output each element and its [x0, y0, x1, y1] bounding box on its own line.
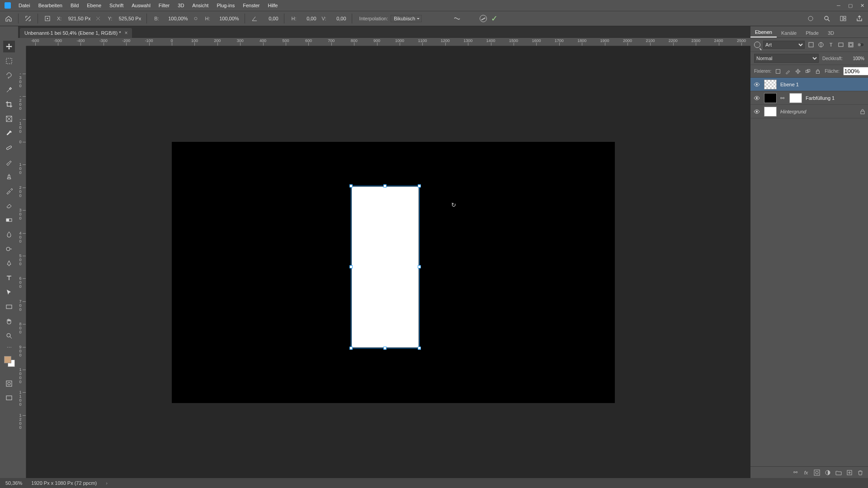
cloud-docs-icon[interactable]: [806, 14, 816, 23]
skew-v-field[interactable]: [329, 16, 347, 21]
menu-plug-ins[interactable]: Plug-ins: [212, 0, 239, 11]
layer-row[interactable]: Hintergrund: [750, 105, 868, 118]
crop-tool[interactable]: [3, 99, 15, 110]
pen-tool[interactable]: [3, 258, 15, 269]
move-tool[interactable]: [3, 41, 15, 52]
quick-mask-icon[interactable]: [3, 378, 15, 389]
clone-stamp-tool[interactable]: [3, 171, 15, 183]
reference-point-icon[interactable]: [42, 14, 52, 23]
canvas-viewport[interactable]: ↻: [26, 46, 750, 478]
menu-datei[interactable]: Datei: [14, 0, 34, 11]
menu-ebene[interactable]: Ebene: [83, 0, 105, 11]
share-icon[interactable]: [854, 14, 864, 23]
magic-wand-tool[interactable]: [3, 84, 15, 96]
vertical-ruler[interactable]: - 3 0 0- 2 0 0- 1 0 001 0 02 0 03 0 04 0…: [18, 46, 26, 478]
color-swatches[interactable]: [3, 355, 15, 367]
x-field[interactable]: [64, 16, 91, 21]
layer-thumbnail[interactable]: [764, 107, 777, 117]
skew-h-field[interactable]: [299, 16, 317, 21]
menu-filter[interactable]: Filter: [155, 0, 174, 11]
transform-handle-mid-left[interactable]: [349, 265, 353, 268]
new-group-icon[interactable]: [835, 469, 842, 476]
blur-tool[interactable]: [3, 229, 15, 240]
blend-mode-dropdown[interactable]: Normal: [754, 54, 819, 63]
lock-all-icon[interactable]: [815, 68, 821, 75]
transform-bounding-box[interactable]: [351, 186, 420, 348]
layer-name[interactable]: Farbfüllung 1: [806, 95, 865, 101]
window-maximize-button[interactable]: ▢: [844, 0, 856, 11]
frame-tool[interactable]: [3, 113, 15, 125]
eyedropper-tool[interactable]: [3, 127, 15, 139]
filter-shape-icon[interactable]: [837, 41, 844, 48]
interpolation-dropdown[interactable]: Bikubisch: [391, 15, 422, 22]
filter-smart-icon[interactable]: [847, 41, 854, 48]
filter-adjust-icon[interactable]: [817, 41, 825, 48]
opacity-field[interactable]: [846, 56, 864, 61]
status-docinfo[interactable]: 1920 Px x 1080 Px (72 ppcm): [31, 480, 97, 486]
filter-pixel-icon[interactable]: [807, 41, 815, 48]
dodge-tool[interactable]: [3, 243, 15, 255]
menu-fenster[interactable]: Fenster: [239, 0, 264, 11]
filter-type-icon[interactable]: T: [827, 41, 835, 48]
layer-name[interactable]: Ebene 1: [780, 82, 865, 87]
layer-visibility-icon[interactable]: [753, 108, 760, 115]
add-mask-icon[interactable]: [814, 469, 820, 476]
layer-row[interactable]: ⚯Farbfüllung 1: [750, 91, 868, 105]
new-layer-icon[interactable]: [846, 469, 853, 476]
panel-tab-ebenen[interactable]: Ebenen: [750, 28, 777, 38]
menu-hilfe[interactable]: Hilfe: [264, 0, 282, 11]
transform-handle-bottom-right[interactable]: [418, 347, 421, 350]
eraser-tool[interactable]: [3, 200, 15, 211]
commit-transform-button[interactable]: ✓: [490, 14, 499, 23]
layer-mask-thumbnail[interactable]: [789, 93, 802, 103]
layer-filter-dropdown[interactable]: Art: [763, 41, 805, 49]
cancel-transform-button[interactable]: [479, 14, 488, 23]
layer-search-icon[interactable]: [754, 42, 760, 48]
layer-fx-icon[interactable]: fx: [803, 469, 809, 476]
path-select-tool[interactable]: [3, 286, 15, 298]
panel-tab-3d[interactable]: 3D: [823, 28, 839, 38]
fill-field[interactable]: [843, 67, 868, 75]
transform-handle-bottom-left[interactable]: [349, 347, 353, 350]
history-brush-tool[interactable]: [3, 185, 15, 197]
lock-nesting-icon[interactable]: [805, 68, 811, 75]
transform-handle-top-left[interactable]: [349, 184, 353, 188]
menu-bild[interactable]: Bild: [66, 0, 83, 11]
status-chevron-icon[interactable]: ›: [106, 480, 108, 486]
warp-mode-icon[interactable]: [453, 14, 462, 23]
transform-handle-mid-right[interactable]: [418, 265, 421, 268]
brush-tool[interactable]: [3, 156, 15, 168]
horizontal-ruler[interactable]: -600-500-400-300-200-1000100200300400500…: [26, 38, 750, 46]
close-tab-icon[interactable]: ×: [124, 28, 127, 38]
type-tool[interactable]: [3, 272, 15, 284]
canvas[interactable]: ↻: [172, 142, 615, 403]
transform-tool-icon[interactable]: [23, 14, 33, 23]
rectangle-tool[interactable]: [3, 301, 15, 313]
status-zoom[interactable]: 50,36%: [5, 480, 22, 486]
delete-layer-icon[interactable]: [857, 469, 863, 476]
window-close-button[interactable]: ✕: [856, 0, 868, 11]
edit-toolbar-icon[interactable]: ⋯: [3, 344, 15, 351]
layer-row[interactable]: Ebene 1: [750, 78, 868, 91]
menu-schrift[interactable]: Schrift: [105, 0, 127, 11]
transform-handle-top-mid[interactable]: [383, 184, 387, 188]
hand-tool[interactable]: [3, 315, 15, 327]
height-field[interactable]: [213, 16, 240, 21]
window-minimize-button[interactable]: ─: [833, 0, 844, 11]
menu-ansicht[interactable]: Ansicht: [188, 0, 212, 11]
marquee-tool[interactable]: [3, 55, 15, 67]
transform-handle-top-right[interactable]: [418, 184, 421, 188]
aspect-link-icon[interactable]: [191, 14, 201, 23]
filter-toggle-switch[interactable]: [857, 41, 864, 48]
workspace-icon[interactable]: [838, 14, 848, 23]
menu-3d[interactable]: 3D: [174, 0, 188, 11]
gradient-tool[interactable]: [3, 214, 15, 226]
menu-auswahl[interactable]: Auswahl: [127, 0, 155, 11]
lock-pixels-icon[interactable]: [785, 68, 791, 75]
angle-field[interactable]: [261, 16, 279, 21]
panel-tab-kanäle[interactable]: Kanäle: [777, 28, 801, 38]
lasso-tool[interactable]: [3, 70, 15, 81]
layer-thumbnail[interactable]: [764, 80, 777, 89]
layer-mask-link-icon[interactable]: ⚯: [780, 95, 786, 101]
y-field[interactable]: [115, 16, 142, 21]
